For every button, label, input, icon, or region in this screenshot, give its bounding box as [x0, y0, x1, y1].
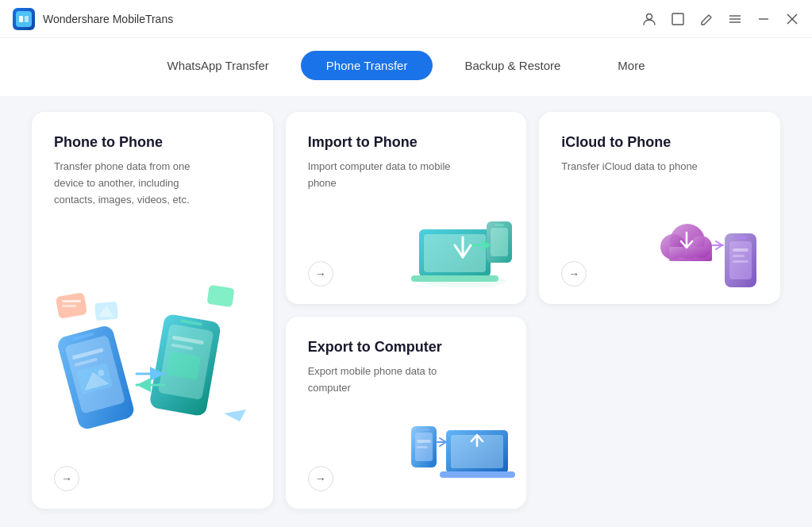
- icloud-illustration: [657, 198, 772, 296]
- svg-rect-38: [495, 224, 504, 226]
- nav-bar: WhatsApp Transfer Phone Transfer Backup …: [0, 38, 812, 96]
- menu-icon[interactable]: [728, 12, 742, 26]
- titlebar-controls: [642, 12, 799, 26]
- svg-rect-2: [25, 16, 29, 22]
- card-icloud-desc: Transfer iCloud data to phone: [561, 159, 704, 175]
- edit-icon[interactable]: [699, 12, 714, 26]
- card-import-arrow[interactable]: →: [308, 261, 333, 287]
- tab-backup-restore[interactable]: Backup & Restore: [439, 51, 586, 80]
- svg-rect-54: [417, 440, 431, 443]
- svg-rect-34: [411, 275, 498, 282]
- close-icon[interactable]: [785, 12, 799, 26]
- export-illustration: [403, 402, 518, 501]
- phone-to-phone-illustration: [32, 255, 273, 461]
- card-export-to-computer[interactable]: Export to Computer Export mobile phone d…: [286, 317, 527, 509]
- card-phone-to-phone-title: Phone to Phone: [54, 134, 251, 151]
- svg-rect-1: [19, 16, 23, 22]
- svg-point-3: [647, 13, 652, 19]
- card-import-title: Import to Phone: [308, 134, 505, 151]
- import-illustration: [403, 198, 518, 296]
- svg-rect-42: [734, 237, 747, 239]
- svg-rect-0: [16, 11, 32, 27]
- svg-rect-28: [206, 285, 234, 307]
- window-icon[interactable]: [671, 12, 685, 26]
- svg-rect-59: [440, 471, 515, 478]
- profile-icon[interactable]: [642, 12, 656, 26]
- card-icloud-title: iCloud to Phone: [561, 134, 758, 151]
- card-import-to-phone[interactable]: Import to Phone Import computer data to …: [286, 112, 527, 304]
- svg-rect-43: [733, 248, 749, 252]
- card-export-arrow[interactable]: →: [308, 466, 333, 491]
- card-export-desc: Export mobile phone data to computer: [308, 364, 451, 397]
- svg-rect-33: [424, 234, 486, 272]
- minimize-icon[interactable]: [756, 12, 771, 26]
- titlebar-left: Wondershare MobileTrans: [13, 8, 173, 30]
- svg-rect-44: [733, 255, 745, 257]
- card-icloud-to-phone[interactable]: iCloud to Phone Transfer iCloud data to …: [539, 112, 780, 304]
- main-content: Phone to Phone Transfer phone data from …: [0, 96, 812, 525]
- tab-phone-transfer[interactable]: Phone Transfer: [301, 51, 433, 80]
- app-title: Wondershare MobileTrans: [43, 13, 173, 25]
- svg-rect-53: [418, 429, 429, 431]
- app-icon: [13, 8, 35, 30]
- svg-rect-49: [669, 247, 712, 261]
- svg-rect-45: [733, 260, 749, 263]
- svg-rect-26: [62, 300, 81, 302]
- tab-whatsapp-transfer[interactable]: WhatsApp Transfer: [141, 51, 294, 80]
- card-icloud-arrow[interactable]: →: [561, 261, 587, 287]
- tab-more[interactable]: More: [592, 51, 670, 80]
- svg-rect-55: [417, 446, 428, 448]
- svg-rect-27: [62, 305, 76, 307]
- card-phone-to-phone-desc: Transfer phone data from one device to a…: [54, 159, 197, 208]
- card-phone-to-phone[interactable]: Phone to Phone Transfer phone data from …: [32, 112, 273, 509]
- svg-rect-4: [672, 13, 683, 25]
- card-export-title: Export to Computer: [308, 339, 505, 356]
- svg-rect-37: [491, 228, 508, 256]
- titlebar: Wondershare MobileTrans: [0, 0, 812, 38]
- card-phone-to-phone-arrow[interactable]: →: [54, 466, 79, 491]
- card-import-desc: Import computer data to mobile phone: [308, 159, 451, 192]
